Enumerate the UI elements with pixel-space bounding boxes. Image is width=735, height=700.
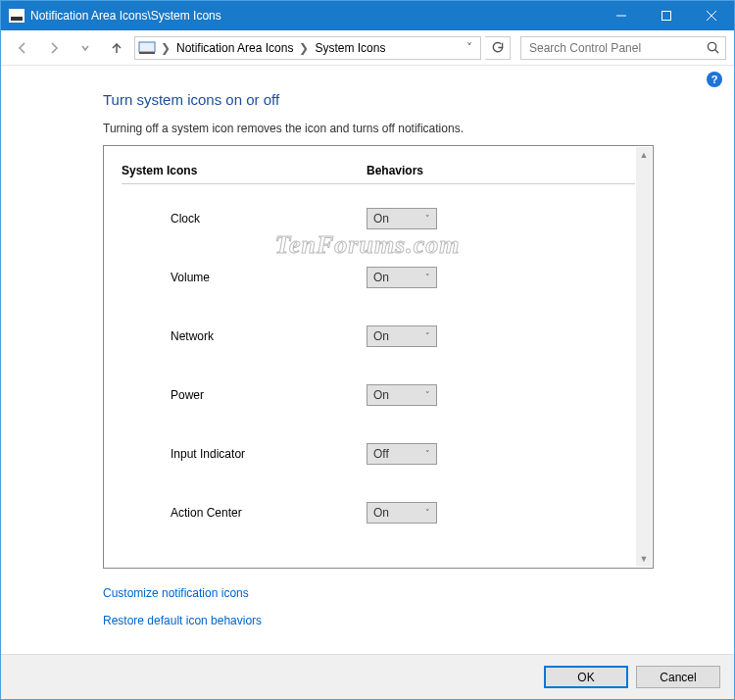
search-icon (707, 41, 719, 54)
svg-point-7 (708, 42, 715, 50)
column-behaviors: Behaviors (367, 164, 635, 177)
behavior-value: On (373, 329, 389, 343)
close-button[interactable] (689, 1, 734, 30)
dialog-button-bar: OK Cancel (1, 654, 734, 699)
behavior-value: On (373, 271, 389, 284)
icons-panel: System Icons Behaviors ClockOn˅VolumeOn˅… (103, 145, 654, 569)
back-button[interactable] (9, 36, 36, 60)
icon-label: Volume (122, 271, 367, 284)
maximize-button[interactable] (644, 1, 689, 30)
table-row: PowerOn˅ (122, 378, 635, 412)
behavior-dropdown[interactable]: Off˅ (367, 443, 437, 465)
customize-notification-icons-link[interactable]: Customize notification icons (103, 586, 709, 600)
chevron-right-icon: ❯ (159, 41, 172, 55)
page-heading: Turn system icons on or off (103, 91, 709, 108)
behavior-value: On (373, 506, 389, 520)
svg-rect-6 (139, 52, 155, 54)
content-area: Turn system icons on or off Turning off … (1, 87, 734, 627)
chevron-right-icon: ❯ (297, 41, 311, 55)
scroll-down-button[interactable]: ▼ (640, 553, 649, 565)
chevron-down-icon: ˅ (425, 508, 430, 518)
breadcrumb-notification-area-icons[interactable]: Notification Area Icons (172, 41, 297, 55)
icon-label: Power (122, 388, 367, 402)
navbar: ❯ Notification Area Icons ❯ System Icons… (1, 30, 734, 66)
table-row: VolumeOn˅ (122, 261, 635, 294)
table-row: Input IndicatorOff˅ (122, 437, 635, 471)
behavior-value: On (373, 388, 389, 402)
chevron-down-icon: ˅ (425, 390, 430, 400)
cancel-button[interactable]: Cancel (636, 666, 720, 688)
icon-label: Input Indicator (122, 447, 367, 461)
svg-line-8 (715, 50, 718, 53)
titlebar: Notification Area Icons\System Icons (1, 1, 734, 30)
restore-default-behaviors-link[interactable]: Restore default icon behaviors (103, 614, 709, 627)
page-subtext: Turning off a system icon removes the ic… (103, 122, 709, 135)
behavior-dropdown[interactable]: On˅ (367, 384, 437, 406)
address-dropdown-button[interactable]: ˅ (461, 41, 478, 55)
search-box[interactable] (520, 36, 726, 60)
icon-label: Clock (122, 212, 367, 225)
behavior-dropdown[interactable]: On˅ (367, 325, 437, 347)
window-title: Notification Area Icons\System Icons (30, 9, 221, 23)
chevron-down-icon: ˅ (425, 214, 430, 224)
behavior-dropdown[interactable]: On˅ (367, 267, 437, 288)
address-bar[interactable]: ❯ Notification Area Icons ❯ System Icons… (134, 36, 481, 60)
behavior-value: On (373, 212, 389, 225)
control-panel-icon (137, 40, 157, 56)
search-input[interactable] (527, 40, 694, 56)
svg-rect-1 (662, 12, 671, 21)
icon-label: Network (122, 329, 367, 343)
scrollbar[interactable]: ▲ ▼ (636, 147, 652, 567)
behavior-value: Off (373, 447, 389, 461)
table-row: ClockOn˅ (122, 202, 635, 235)
chevron-down-icon: ˅ (425, 273, 430, 282)
ok-button[interactable]: OK (544, 666, 628, 688)
up-button[interactable] (103, 36, 130, 60)
behavior-dropdown[interactable]: On˅ (367, 208, 437, 229)
forward-button[interactable] (40, 36, 68, 60)
refresh-button[interactable] (485, 36, 511, 60)
help-icon[interactable]: ? (707, 72, 722, 87)
column-system-icons: System Icons (122, 164, 367, 177)
table-header: System Icons Behaviors (122, 164, 635, 184)
icon-label: Action Center (122, 506, 367, 520)
svg-rect-5 (139, 42, 155, 52)
scroll-up-button[interactable]: ▲ (640, 149, 649, 161)
chevron-down-icon: ˅ (425, 449, 430, 459)
window-app-icon (9, 9, 24, 23)
chevron-down-icon: ˅ (425, 331, 430, 341)
minimize-button[interactable] (599, 1, 644, 30)
breadcrumb-system-icons[interactable]: System Icons (311, 41, 389, 55)
behavior-dropdown[interactable]: On˅ (367, 502, 437, 524)
table-row: NetworkOn˅ (122, 320, 635, 353)
recent-locations-button[interactable] (72, 36, 99, 60)
table-row: Action CenterOn˅ (122, 496, 635, 529)
links-area: Customize notification icons Restore def… (103, 586, 709, 627)
